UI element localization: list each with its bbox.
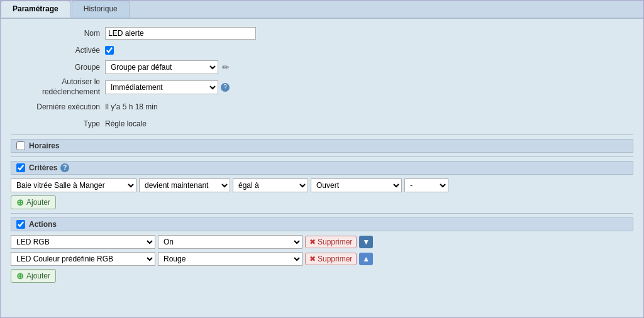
action1-down-button[interactable]: ▼ <box>359 236 373 248</box>
add-action-button[interactable]: ⊕ Ajouter <box>11 269 56 283</box>
action2-delete-icon: ✖ <box>309 255 316 263</box>
derniere-row: Dernière exécution Il y'a 5 h 18 min <box>11 100 633 114</box>
criteria-row-1: Baie vitrée Salle à Manger devient maint… <box>11 178 633 192</box>
horaires-label: Horaires <box>29 141 60 150</box>
add-criteria-plus-icon: ⊕ <box>16 197 24 207</box>
actions-checkbox[interactable] <box>16 220 25 229</box>
nom-row: Nom <box>11 26 633 40</box>
action1-down-icon: ▼ <box>362 238 370 246</box>
content-area: Nom Activée Groupe Groupe par défaut ✏ A… <box>1 19 643 294</box>
autoriser-row: Autoriser le redéclenchement Immédiateme… <box>11 77 633 97</box>
action2-action-select[interactable]: Rouge <box>158 252 303 266</box>
type-value: Règle locale <box>105 119 147 128</box>
criteria-extra-select[interactable]: - <box>404 178 448 192</box>
type-row: Type Règle locale <box>11 117 633 131</box>
action2-device-select[interactable]: LED Couleur prédéfinie RGB <box>11 252 155 266</box>
action2-delete-button[interactable]: ✖ Supprimer <box>305 253 357 265</box>
action1-delete-button[interactable]: ✖ Supprimer <box>305 236 357 248</box>
activee-row: Activée <box>11 43 633 57</box>
add-criteria-container: ⊕ Ajouter <box>11 195 633 209</box>
tabs-bar: Paramétrage Historique <box>1 1 643 19</box>
action-row-2: LED Couleur prédéfinie RGB Rouge ✖ Suppr… <box>11 252 633 266</box>
add-criteria-button[interactable]: ⊕ Ajouter <box>11 195 56 209</box>
horaires-section-header: Horaires <box>11 139 633 153</box>
derniere-label: Dernière exécution <box>11 102 105 111</box>
criteria-operator-select[interactable]: égal à <box>233 178 308 192</box>
autoriser-info-icon[interactable]: ? <box>221 83 230 92</box>
main-container: Paramétrage Historique Nom Activée Group… <box>0 0 644 318</box>
autoriser-label: Autoriser le redéclenchement <box>11 77 105 97</box>
nom-input[interactable] <box>105 27 256 40</box>
criteria-condition-select[interactable]: devient maintenant <box>139 178 230 192</box>
divider-1 <box>11 134 633 135</box>
actions-section-header: Actions <box>11 217 633 231</box>
action1-action-select[interactable]: On <box>158 235 303 249</box>
criteres-checkbox[interactable] <box>16 163 25 172</box>
autoriser-select[interactable]: Immédiatement <box>105 80 218 94</box>
criteria-value-select[interactable]: Ouvert <box>311 178 402 192</box>
nom-label: Nom <box>11 29 105 38</box>
tab-historique[interactable]: Historique <box>72 1 130 18</box>
activee-label: Activée <box>11 46 105 55</box>
form-section: Nom Activée Groupe Groupe par défaut ✏ A… <box>11 26 633 131</box>
action1-device-select[interactable]: LED RGB <box>11 235 155 249</box>
criteria-device-select[interactable]: Baie vitrée Salle à Manger <box>11 178 136 192</box>
add-action-container: ⊕ Ajouter <box>11 269 633 283</box>
actions-label: Actions <box>29 220 57 229</box>
action-row-1: LED RGB On ✖ Supprimer ▼ <box>11 235 633 249</box>
derniere-value: Il y'a 5 h 18 min <box>105 102 158 111</box>
groupe-row: Groupe Groupe par défaut ✏ <box>11 60 633 74</box>
groupe-select[interactable]: Groupe par défaut <box>105 60 218 74</box>
add-action-plus-icon: ⊕ <box>16 271 24 281</box>
action2-up-icon: ▲ <box>362 255 370 263</box>
criteres-info-icon[interactable]: ? <box>60 163 69 172</box>
horaires-checkbox[interactable] <box>16 141 25 150</box>
divider-2 <box>11 156 633 157</box>
divider-3 <box>11 213 633 214</box>
activee-checkbox[interactable] <box>105 46 114 55</box>
criteres-section-header: Critères ? <box>11 161 633 175</box>
action2-up-button[interactable]: ▲ <box>359 253 373 265</box>
criteres-label: Critères <box>29 163 57 172</box>
tab-parametrage[interactable]: Paramétrage <box>1 1 70 18</box>
action1-delete-icon: ✖ <box>309 238 316 246</box>
type-label: Type <box>11 119 105 128</box>
groupe-edit-icon[interactable]: ✏ <box>222 62 230 72</box>
groupe-label: Groupe <box>11 63 105 72</box>
